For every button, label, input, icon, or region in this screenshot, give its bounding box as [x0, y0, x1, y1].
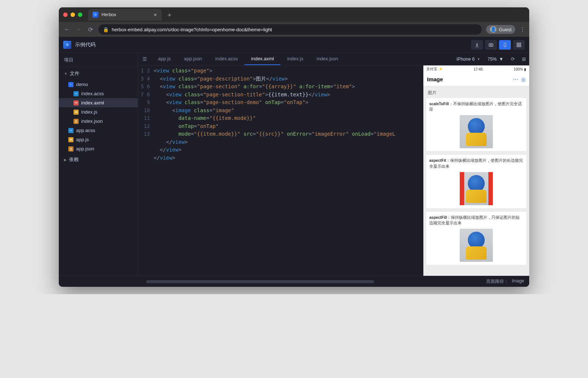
device-preview-button[interactable]: [499, 40, 511, 50]
folder-demo[interactable]: ▪demo: [59, 80, 138, 89]
preview-card-aspectFit[interactable]: aspectFit：保持纵横比缩放图片，使图片的长边能完全显示出来: [426, 155, 526, 208]
phone-content[interactable]: 图片 scaleToFill：不保持纵横比缩放图片，使图片完全适应aspectF…: [423, 86, 529, 276]
editor-tab-index-axml[interactable]: index.axml: [244, 53, 280, 65]
route-value: Image: [512, 278, 524, 285]
device-selector[interactable]: iPhone 6 ▼: [453, 53, 484, 65]
preview-card-scaleToFill[interactable]: scaleToFill：不保持纵横比缩放图片，使图片完全适应: [426, 98, 526, 151]
preview-mode-text: scaleToFill：不保持纵横比缩放图片，使图片完全适应: [429, 101, 523, 112]
phone-nav-title: Image: [427, 76, 443, 82]
css-file-icon: ≡: [68, 128, 74, 133]
css-file-icon: ≡: [74, 91, 79, 96]
back-button[interactable]: ←: [63, 26, 71, 33]
app-header: 示例代码: [59, 37, 529, 53]
file-app.json[interactable]: {}app.json: [59, 144, 138, 153]
browser-tab[interactable]: Herbox ✕: [88, 9, 162, 21]
zoom-value: 75%: [488, 57, 497, 62]
herbox-app: 示例代码 项目 ▼ 文件 ▪demo≡index.acss<>index.axm…: [59, 37, 529, 287]
forward-button[interactable]: →: [75, 26, 82, 33]
grid-view-button[interactable]: [513, 40, 525, 50]
preview-image: [460, 172, 493, 205]
app-title: 示例代码: [75, 42, 96, 48]
minimize-window-button[interactable]: [71, 13, 75, 17]
preview-image: [460, 229, 493, 262]
file-index.axml[interactable]: <>index.axml: [59, 98, 138, 107]
avatar-icon: 👤: [490, 26, 496, 33]
folder-icon: ▪: [68, 82, 74, 87]
close-tab-icon[interactable]: ✕: [153, 12, 157, 18]
more-icon[interactable]: ⋯: [513, 76, 518, 82]
hamburger-menu-icon[interactable]: ☰: [138, 53, 151, 65]
guest-label: Guest: [499, 27, 512, 32]
chevron-down-icon: ▼: [477, 57, 480, 61]
sidebar-files-group[interactable]: ▼ 文件: [59, 67, 138, 80]
route-label: 页面路径：: [486, 278, 508, 285]
browser-toolbar: ← → ⟳ 🔒 herbox-embed.alipay.com/s/doc-im…: [59, 22, 529, 37]
editor-tab-app-json[interactable]: app.json: [178, 53, 209, 65]
editor-tab-bar: ☰ app.jsapp.jsonindex.acssindex.axmlinde…: [138, 53, 529, 65]
herbox-favicon-icon: [93, 12, 98, 18]
svg-rect-0: [489, 43, 493, 46]
sidebar: 项目 ▼ 文件 ▪demo≡index.acss<>index.axmlJSin…: [59, 53, 138, 276]
new-tab-button[interactable]: ＋: [166, 10, 173, 19]
mac-window-controls: [63, 13, 82, 17]
sidebar-deps-group[interactable]: ▶ 依赖: [59, 153, 138, 166]
status-carrier: 支付宝 ⚡: [426, 67, 443, 72]
close-window-button[interactable]: [63, 13, 68, 17]
editor-tab-index-json[interactable]: index.json: [310, 53, 345, 65]
kebab-menu-icon[interactable]: ⋮: [520, 26, 525, 33]
chevron-right-icon: ▶: [64, 158, 67, 162]
axml-file-icon: <>: [74, 100, 79, 106]
reload-button[interactable]: ⟳: [87, 26, 94, 33]
screenshot-button[interactable]: [485, 40, 497, 50]
status-time: 17:45: [474, 67, 483, 71]
js-file-icon: JS: [68, 137, 74, 142]
sidebar-files-label: 文件: [70, 70, 79, 77]
browser-tab-title: Herbox: [101, 12, 116, 17]
device-preview-panel: 支付宝 ⚡ 17:45 100% ▮ Image ⋯ ◎ 图片 scale: [423, 65, 529, 276]
svg-rect-6: [517, 45, 519, 47]
code-content: <view class="page"> <view class="page-de…: [154, 67, 423, 276]
status-battery: 100% ▮: [514, 67, 526, 71]
herbox-logo-icon: [63, 41, 71, 49]
zoom-selector[interactable]: 75% ▼: [484, 53, 507, 65]
download-button[interactable]: [471, 40, 483, 50]
phone-nav-bar: Image ⋯ ◎: [423, 73, 529, 86]
main-panel: ☰ app.jsapp.jsonindex.acssindex.axmlinde…: [138, 53, 529, 276]
grid-layout-button[interactable]: ⊞: [518, 53, 529, 65]
chevron-down-icon: ▼: [499, 57, 503, 62]
profile-badge[interactable]: 👤 Guest: [486, 25, 515, 34]
editor-tab-index-js[interactable]: index.js: [280, 53, 310, 65]
address-bar[interactable]: 🔒 herbox-embed.alipay.com/s/doc-image?ch…: [98, 24, 482, 35]
phone-status-bar: 支付宝 ⚡ 17:45 100% ▮: [423, 65, 529, 73]
code-editor[interactable]: 1 2 3 4 5 6 7 8 9 10 11 12 13 <view clas…: [138, 65, 423, 276]
svg-rect-7: [519, 45, 521, 47]
url-text: herbox-embed.alipay.com/s/doc-image?chIn…: [112, 27, 272, 32]
svg-rect-4: [517, 43, 519, 44]
editor-tab-app-js[interactable]: app.js: [151, 53, 178, 65]
lock-icon: 🔒: [103, 27, 109, 32]
horizontal-scrollbar[interactable]: [146, 280, 374, 283]
file-index.js[interactable]: JSindex.js: [59, 107, 138, 117]
preview-image: [460, 115, 493, 148]
preview-section-label: 图片: [428, 90, 526, 96]
line-gutter: 1 2 3 4 5 6 7 8 9 10 11 12 13: [138, 67, 154, 276]
file-index.json[interactable]: {}index.json: [59, 117, 138, 126]
preview-card-aspectFill[interactable]: aspectFill：保持纵横比缩放图片，只保证图片的短边能完全显示出来: [426, 212, 526, 265]
chevron-down-icon: ▼: [64, 72, 68, 76]
preview-mode-text: aspectFit：保持纵横比缩放图片，使图片的长边能完全显示出来: [429, 158, 523, 169]
refresh-preview-button[interactable]: ⟳: [507, 53, 518, 65]
target-icon[interactable]: ◎: [521, 76, 526, 82]
sidebar-deps-label: 依赖: [69, 156, 79, 163]
editor-tab-index-acss[interactable]: index.acss: [209, 53, 244, 65]
file-app.acss[interactable]: ≡app.acss: [59, 126, 138, 135]
device-name: iPhone 6: [456, 57, 474, 62]
preview-mode-text: aspectFill：保持纵横比缩放图片，只保证图片的短边能完全显示出来: [429, 215, 523, 226]
js-file-icon: JS: [74, 110, 79, 115]
file-app.js[interactable]: JSapp.js: [59, 135, 138, 144]
file-index.acss[interactable]: ≡index.acss: [59, 89, 138, 98]
browser-window: Herbox ✕ ＋ ← → ⟳ 🔒 herbox-embed.alipay.c…: [59, 7, 529, 287]
json-file-icon: {}: [68, 146, 74, 151]
svg-rect-5: [519, 43, 521, 44]
maximize-window-button[interactable]: [78, 13, 82, 17]
mac-titlebar: Herbox ✕ ＋: [59, 7, 529, 22]
